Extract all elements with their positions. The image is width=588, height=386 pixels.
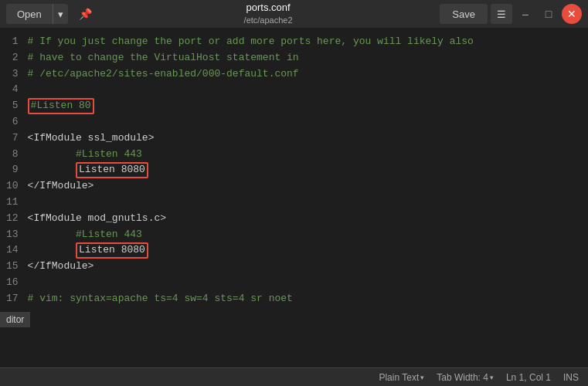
line-number: 6 <box>6 114 19 130</box>
titlebar-left: Open ▾ 📌 <box>6 4 97 24</box>
ins-label: INS <box>563 372 579 383</box>
line-number: 7 <box>6 130 19 147</box>
code-line-14: Listen 8080 <box>28 242 582 259</box>
code-text: # If you just change the port or add mor… <box>28 34 474 50</box>
line-number: 17 <box>6 291 19 307</box>
pin-button[interactable]: 📌 <box>74 4 97 24</box>
code-text: # /etc/apache2/sites-enabled/000-default… <box>28 66 299 83</box>
pin-icon: 📌 <box>79 8 92 20</box>
minimize-button[interactable]: – <box>515 4 535 24</box>
maximize-button[interactable]: □ <box>539 4 559 24</box>
editor-label-text: ditor <box>6 314 24 325</box>
code-text: </IfModule> <box>28 259 94 275</box>
line-number: 14 <box>6 242 19 259</box>
code-highlight-listen8080-2: Listen 8080 <box>76 242 148 259</box>
code-text <box>28 162 76 178</box>
plain-text-selector[interactable]: Plain Text ▾ <box>379 372 424 383</box>
code-line-11 <box>28 195 582 211</box>
code-text: # vim: syntax=apache ts=4 sw=4 sts=4 sr … <box>28 291 293 307</box>
titlebar-right: Save ☰ – □ ✕ <box>440 4 582 24</box>
code-line-9: Listen 8080 <box>28 162 582 178</box>
open-dropdown-button[interactable]: ▾ <box>53 4 68 24</box>
code-line-1: # If you just change the port or add mor… <box>28 34 582 50</box>
ins-status: INS <box>563 372 579 383</box>
code-text: #Listen 443 <box>28 147 142 163</box>
tab-width-label: Tab Width: 4 <box>437 372 488 383</box>
line-number: 13 <box>6 227 19 243</box>
line-number: 3 <box>6 66 19 83</box>
code-text: </IfModule> <box>28 178 94 195</box>
line-number: 1 <box>6 34 19 50</box>
code-line-16 <box>28 275 582 291</box>
line-number: 9 <box>6 162 19 178</box>
titlebar: Open ▾ 📌 ports.conf /etc/apache2 Save ☰ … <box>0 0 588 28</box>
code-area[interactable]: # If you just change the port or add mor… <box>25 28 588 367</box>
line-number: 10 <box>6 178 19 195</box>
chevron-down-icon: ▾ <box>58 8 63 20</box>
code-line-17: # vim: syntax=apache ts=4 sw=4 sts=4 sr … <box>28 291 582 307</box>
titlebar-center: ports.conf /etc/apache2 <box>97 2 440 25</box>
open-button[interactable]: Open <box>6 4 53 24</box>
code-line-10: </IfModule> <box>28 178 582 195</box>
plain-text-chevron-icon: ▾ <box>420 374 424 381</box>
close-button[interactable]: ✕ <box>562 4 582 24</box>
plain-text-label: Plain Text <box>379 372 419 383</box>
line-number: 16 <box>6 275 19 291</box>
line-number: 11 <box>6 195 19 211</box>
editor-container: 1 2 3 4 5 6 7 8 9 10 11 12 13 14 15 16 1… <box>0 28 588 367</box>
code-line-13: #Listen 443 <box>28 227 582 243</box>
code-text: <IfModule mod_gnutls.c> <box>28 211 166 227</box>
code-highlight-listen80: #Listen 80 <box>28 98 94 114</box>
tab-width-selector[interactable]: Tab Width: 4 ▾ <box>437 372 494 383</box>
file-title: ports.conf <box>246 2 291 15</box>
code-line-3: # /etc/apache2/sites-enabled/000-default… <box>28 66 582 83</box>
line-number: 12 <box>6 211 19 227</box>
code-line-15: </IfModule> <box>28 259 582 275</box>
statusbar: Plain Text ▾ Tab Width: 4 ▾ Ln 1, Col 1 … <box>0 367 588 386</box>
ln-col-status: Ln 1, Col 1 <box>506 372 551 383</box>
code-line-5: #Listen 80 <box>28 98 582 114</box>
line-number: 2 <box>6 50 19 66</box>
code-text: # have to change the VirtualHost stateme… <box>28 50 299 66</box>
code-line-8: #Listen 443 <box>28 147 582 163</box>
code-line-4 <box>28 82 582 98</box>
line-number: 8 <box>6 147 19 163</box>
code-line-12: <IfModule mod_gnutls.c> <box>28 211 582 227</box>
save-button[interactable]: Save <box>440 4 488 24</box>
line-number: 4 <box>6 82 19 98</box>
tab-width-chevron-icon: ▾ <box>490 374 494 381</box>
menu-button[interactable]: ☰ <box>491 4 512 24</box>
line-number: 15 <box>6 259 19 275</box>
code-line-2: # have to change the VirtualHost stateme… <box>28 50 582 66</box>
hamburger-icon: ☰ <box>497 8 506 20</box>
code-text <box>28 242 76 259</box>
code-text: #Listen 443 <box>28 227 142 243</box>
code-text: <IfModule ssl_module> <box>28 130 155 147</box>
code-highlight-listen8080-1: Listen 8080 <box>76 162 148 178</box>
file-path: /etc/apache2 <box>244 15 293 25</box>
ln-col-label: Ln 1, Col 1 <box>506 372 551 383</box>
code-line-7: <IfModule ssl_module> <box>28 130 582 147</box>
editor-tooltip: ditor <box>0 312 30 327</box>
code-line-6 <box>28 114 582 130</box>
line-number: 5 <box>6 98 19 114</box>
editor-body[interactable]: 1 2 3 4 5 6 7 8 9 10 11 12 13 14 15 16 1… <box>0 28 588 367</box>
